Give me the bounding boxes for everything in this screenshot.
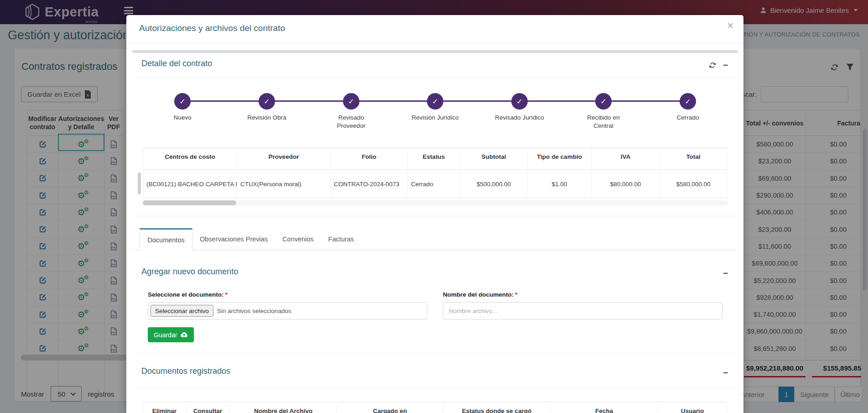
column-header: Centros de costo — [143, 148, 237, 169]
folio-value: CONTRATO-2024-0073 — [331, 170, 408, 198]
column-header: Tipo de cambio — [528, 148, 592, 169]
centros-de-costo-value: (BC00121) BACHEO CARPETA F — [143, 170, 237, 198]
column-header: Cargado en — [337, 402, 443, 413]
step-check-icon: ✓ — [680, 93, 696, 110]
column-header: Estatus donde se cargó — [443, 402, 551, 413]
choose-file-button[interactable]: Seleccionar archivo — [151, 305, 213, 317]
column-header: Proveedor — [237, 148, 331, 169]
detail-section-heading: Detalle del contrato — [141, 59, 212, 68]
column-header: Eliminar — [143, 402, 186, 413]
proveedor-value: CTUX(Persona moral) — [237, 170, 331, 198]
step-check-icon: ✓ — [343, 93, 359, 110]
tab-facturas[interactable]: Facturas — [321, 228, 361, 250]
save-button[interactable]: Guardar — [148, 327, 194, 342]
collapse-icon[interactable]: − — [723, 368, 728, 377]
subtotal-value: $500,000.00 — [460, 170, 528, 198]
modal-header: Autorizaciones y archivos del contrato × — [126, 15, 743, 43]
step-label: Nuevo — [146, 114, 219, 122]
column-header: IVA — [592, 148, 660, 169]
step-label: Revisión Jurídico — [399, 114, 472, 122]
contract-table-header: Centros de costo Proveedor Folio Estatus… — [143, 148, 728, 170]
required-mark: * — [225, 291, 228, 298]
collapse-icon[interactable]: − — [723, 61, 728, 69]
step-check-icon: ✓ — [595, 93, 612, 110]
column-header: Folio — [331, 148, 408, 169]
file-input[interactable]: Seleccionar archivo Sin archivos selecci… — [148, 302, 427, 319]
column-header: Fecha — [551, 402, 658, 413]
step-label: Revisado Proveedor — [315, 114, 388, 130]
contract-detail-table: Centros de costo Proveedor Folio Estatus… — [143, 148, 728, 199]
step-check-icon: ✓ — [511, 93, 528, 110]
step-label: Cerrado — [651, 114, 724, 122]
table-hscrollbar[interactable] — [143, 200, 728, 205]
step-label: Revisión Obra — [230, 114, 303, 122]
total-value: $580,000.00 — [660, 170, 727, 198]
column-header: Consultar — [186, 402, 230, 413]
estatus-value: Cerrado — [408, 170, 460, 198]
column-header: Total — [660, 148, 727, 169]
name-field-label: Nombre del documento:* — [443, 291, 518, 298]
detail-panel-top-band — [132, 50, 738, 53]
document-name-input[interactable] — [443, 302, 722, 319]
refresh-icon[interactable] — [708, 61, 717, 69]
step-label: Revisado Jurídico — [483, 114, 556, 122]
column-header: Nombre del Archivo — [230, 402, 337, 413]
docs-table-header: Eliminar Consultar Nombre del Archivo Ca… — [143, 402, 728, 413]
modal-title: Autorizaciones y archivos del contrato — [139, 23, 285, 33]
add-document-heading: Agregar nuevo documento — [141, 267, 238, 277]
tab-convenios[interactable]: Convenios — [275, 228, 321, 250]
contract-files-modal: Autorizaciones y archivos del contrato ×… — [126, 15, 743, 413]
table-hscrollbar-thumb[interactable] — [143, 200, 236, 205]
column-header: Estatus — [408, 148, 460, 169]
tipo-cambio-value: $1.00 — [528, 170, 592, 198]
table-vscrollbar-thumb[interactable] — [138, 173, 141, 194]
registered-docs-heading: Documentos registrados — [141, 366, 230, 376]
table-row: (BC00121) BACHEO CARPETA F CTUX(Persona … — [143, 170, 728, 199]
iva-value: $80,000.00 — [592, 170, 660, 198]
step-label: Recibido en Central — [567, 114, 640, 130]
column-header: Subtotal — [460, 148, 528, 169]
step-check-icon: ✓ — [427, 93, 443, 110]
step-check-icon: ✓ — [174, 93, 191, 110]
required-mark: * — [515, 291, 517, 298]
file-status-text: Sin archivos seleccionados — [217, 308, 291, 314]
cloud-upload-icon — [180, 332, 188, 338]
tab-observaciones-previas[interactable]: Observaciones Previas — [192, 228, 275, 250]
tab-documentos[interactable]: Documentos — [140, 228, 192, 251]
file-field-label: Seleccione el documento:* — [148, 291, 228, 298]
close-icon[interactable]: × — [728, 21, 733, 31]
registered-docs-table: Eliminar Consultar Nombre del Archivo Ca… — [143, 402, 728, 413]
column-header: Usuario — [658, 402, 727, 413]
modal-tabs: Documentos Observaciones Previas Conveni… — [134, 228, 736, 250]
collapse-icon[interactable]: − — [723, 269, 728, 277]
step-check-icon: ✓ — [259, 93, 275, 110]
